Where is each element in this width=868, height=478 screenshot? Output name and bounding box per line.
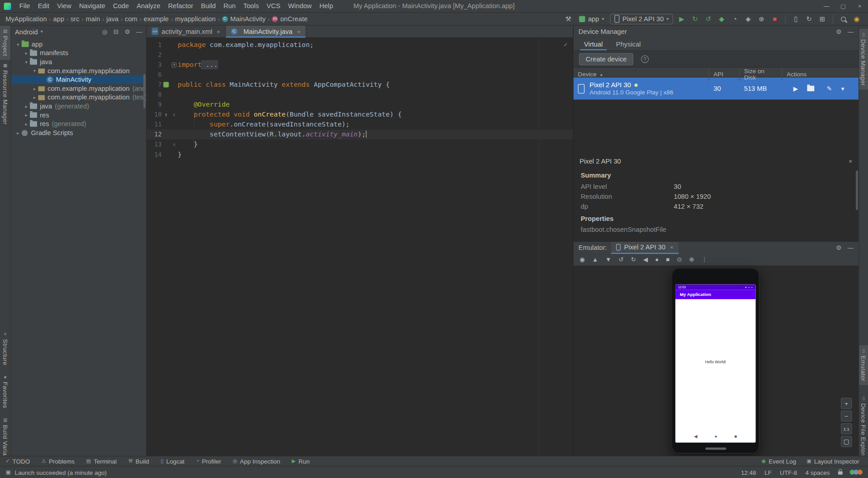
override-gutter-icon[interactable]: ↑ <box>162 112 171 117</box>
nav-home-icon[interactable]: ● <box>714 433 717 438</box>
column-header-size-on-disk[interactable]: Size on Disk <box>740 67 782 80</box>
fold-marker[interactable]: ∨ <box>170 112 178 117</box>
resource-manager-stripe-button[interactable]: ▦Resource Manager <box>0 60 10 129</box>
sdk-manager-icon[interactable]: ⊞ <box>818 14 827 24</box>
create-device-button[interactable]: Create device <box>579 53 633 65</box>
breadcrumb-item-myapplication[interactable]: myapplication <box>175 15 216 23</box>
tab-virtual[interactable]: Virtual <box>578 37 609 50</box>
chevron-collapsed-icon[interactable]: ▸ <box>23 104 30 109</box>
structure-stripe-button[interactable]: ≡Structure <box>0 328 10 369</box>
code-line-14[interactable]: 14} <box>146 150 573 159</box>
column-header-device[interactable]: Device▲ <box>574 67 709 80</box>
run-tool-button[interactable]: ▶Run <box>292 458 310 464</box>
code-line-8[interactable]: 8 <box>146 89 573 99</box>
breadcrumb-item-com[interactable]: com <box>125 15 137 23</box>
device-more-actions-icon[interactable]: ▾ <box>841 85 844 91</box>
code-line-6[interactable]: 6 <box>146 70 573 80</box>
inspections-ok-icon[interactable]: ✓ <box>564 41 567 48</box>
column-header-actions[interactable]: Actions <box>782 67 859 80</box>
close-details-icon[interactable]: × <box>849 158 853 165</box>
close-tab-icon[interactable]: × <box>217 28 220 35</box>
profiler-button[interactable]: ◔Profiler <box>196 458 221 464</box>
chevron-collapsed-icon[interactable]: ▸ <box>23 122 30 127</box>
breadcrumb-item-mainactivity[interactable]: CMainActivity <box>222 15 266 23</box>
android-gutter-icon[interactable] <box>162 82 171 87</box>
tree-item-java-generated[interactable]: ▸java(generated) <box>11 102 146 111</box>
chevron-collapsed-icon[interactable]: ▸ <box>31 95 38 100</box>
edit-device-icon[interactable]: ✎ <box>827 85 832 91</box>
tab-activity-main-xml[interactable]: </>activity_main.xml× <box>146 25 226 37</box>
menu-vcs[interactable]: VCS <box>263 2 284 9</box>
tree-item-res[interactable]: ▸res <box>11 111 146 120</box>
favorites-stripe-button[interactable]: ★Favorites <box>0 371 10 412</box>
zoom-fit-button[interactable]: ▢ <box>841 436 852 447</box>
device-manager-stripe-button[interactable]: ▯Device Manager <box>859 29 868 90</box>
code-line-2[interactable]: 2 <box>146 50 573 60</box>
minimize-button[interactable]: — <box>818 0 835 13</box>
menu-run[interactable]: Run <box>220 2 240 9</box>
layout-inspector-button[interactable]: ▣Layout Inspector <box>807 458 859 464</box>
emulator-device-tab[interactable]: Pixel 2 API 30 × <box>611 242 678 254</box>
tree-item-java[interactable]: ▾java <box>11 57 146 66</box>
menu-analyze[interactable]: Analyze <box>133 2 164 9</box>
help-icon[interactable]: ? <box>641 55 649 63</box>
fold-marker[interactable]: ∧ <box>170 142 178 147</box>
encoding-widget[interactable]: UTF-8 <box>780 469 797 476</box>
menu-code[interactable]: Code <box>109 2 132 9</box>
menu-tools[interactable]: Tools <box>240 2 263 9</box>
tree-item-com-example-myapplication[interactable]: ▾com.example.myapplication <box>11 66 146 75</box>
attach-debugger-button[interactable]: ⊕ <box>757 14 766 24</box>
tool-window-quick-access-icon[interactable]: ▣ <box>5 469 11 475</box>
chevron-collapsed-icon[interactable]: ▸ <box>31 86 38 91</box>
code-line-12[interactable]: 12 setContentView(R.layout.activity_main… <box>146 130 573 140</box>
power-icon[interactable]: ◉ <box>580 257 585 262</box>
close-tab-icon[interactable]: × <box>670 244 674 251</box>
settings-icon[interactable]: ⚙ <box>836 245 841 251</box>
menu-view[interactable]: View <box>53 2 75 9</box>
tree-item-mainactivity[interactable]: CMainActivity <box>11 75 146 84</box>
column-header-api[interactable]: API <box>709 67 740 80</box>
device-file-explorer-stripe-button[interactable]: ▯Device File Explorer <box>859 393 868 465</box>
tab-physical[interactable]: Physical <box>610 37 647 50</box>
terminal-button[interactable]: ▤Terminal <box>86 458 117 464</box>
project-stripe-button[interactable]: ▤Project <box>0 25 10 60</box>
settings-icon[interactable]: ⚙ <box>836 28 841 34</box>
breadcrumb-item-example[interactable]: example <box>144 15 169 23</box>
device-manager-icon[interactable]: ▯ <box>791 14 801 24</box>
nav-overview-icon[interactable]: ■ <box>734 433 737 438</box>
coverage-button[interactable]: ◈ <box>743 14 753 24</box>
chevron-expanded-icon[interactable]: ▾ <box>14 42 22 47</box>
profile-button[interactable]: ◔ <box>730 14 740 24</box>
tree-item-app[interactable]: ▾app <box>11 40 146 49</box>
settings-icon[interactable]: ⚙ <box>125 29 130 35</box>
breadcrumb-item-myapplication[interactable]: MyApplication <box>5 15 47 23</box>
hide-panel-icon[interactable]: — <box>848 28 854 34</box>
chevron-collapsed-icon[interactable]: ▸ <box>23 51 30 56</box>
fold-expand-icon[interactable]: + <box>172 62 177 67</box>
maximize-button[interactable]: ▢ <box>835 0 852 13</box>
menu-file[interactable]: File <box>15 2 34 9</box>
problems-button[interactable]: ⚠Problems <box>42 458 75 464</box>
run-config-selector[interactable]: app▾ <box>577 14 606 24</box>
notifications-icon[interactable]: ◉ <box>852 14 861 24</box>
zoom-out-button[interactable]: − <box>841 411 852 422</box>
project-view-selector[interactable]: Android ▾ <box>15 28 43 36</box>
menu-window[interactable]: Window <box>284 2 316 9</box>
snapshots-icon[interactable]: ⊕ <box>689 257 694 262</box>
menu-navigate[interactable]: Navigate <box>75 2 109 9</box>
collapse-all-icon[interactable]: ⊟ <box>113 29 118 35</box>
rotate-left-icon[interactable]: ↺ <box>618 257 623 262</box>
logcat-button[interactable]: ▯Logcat <box>160 458 184 464</box>
breadcrumb-item-main[interactable]: main <box>86 15 100 23</box>
select-opened-file-icon[interactable]: ◎ <box>102 29 108 35</box>
tree-item-gradle-scripts[interactable]: ▸Gradle Scripts <box>11 128 146 137</box>
device-screen[interactable]: 12:03 ▾ ▪ ▪ My Application Hello World! … <box>675 284 756 442</box>
device-selector[interactable]: Pixel 2 API 30▾ <box>610 14 673 24</box>
zoom-actual-size-button[interactable]: 1:1 <box>841 423 852 434</box>
sync-project-icon[interactable]: ↻ <box>804 14 814 24</box>
code-line-1[interactable]: 1package com.example.myapplication; <box>146 40 573 50</box>
more-icon[interactable]: ⋮ <box>701 257 707 262</box>
debug-button[interactable]: ◆ <box>717 14 726 24</box>
background-task-icon[interactable] <box>858 470 863 475</box>
chevron-collapsed-icon[interactable]: ▸ <box>14 130 22 135</box>
